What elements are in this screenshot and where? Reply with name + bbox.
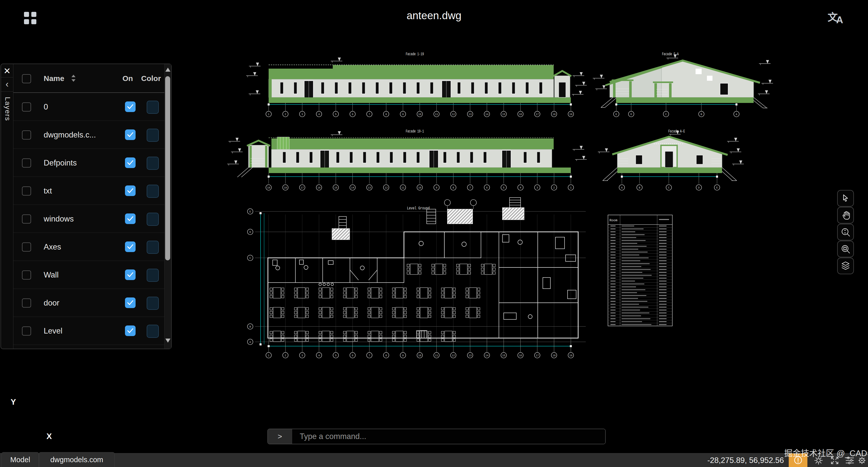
layer-select-checkbox[interactable] <box>22 298 31 307</box>
grid-bubble-label: 4 <box>318 113 320 116</box>
scrollbar[interactable] <box>164 64 171 349</box>
layer-select-checkbox[interactable] <box>22 327 31 336</box>
layer-on-checkbox[interactable] <box>125 297 135 308</box>
scroll-up-icon[interactable] <box>165 68 170 72</box>
tab-dwgmodels[interactable]: dwgmodels.com <box>39 452 115 467</box>
command-input[interactable] <box>292 429 605 444</box>
watermark-text: 掘金技术社区 @_CAD老兵 <box>784 446 868 459</box>
svg-text:13: 13 <box>469 354 472 357</box>
layer-name: txt <box>44 187 52 196</box>
svg-text:B: B <box>701 113 702 116</box>
grid-bubble-label: 7 <box>369 113 370 116</box>
layer-row[interactable] <box>13 345 165 349</box>
svg-text:C: C <box>668 187 670 189</box>
close-icon[interactable]: ✕ <box>1 65 13 77</box>
layers-panel-strip: ✕ ‹ Layers <box>1 64 13 349</box>
grid-bubble-label: 5 <box>503 187 504 189</box>
layer-row[interactable]: Defpoints <box>13 149 165 177</box>
layer-select-checkbox[interactable] <box>22 242 31 252</box>
layer-row[interactable]: Axes <box>13 233 165 261</box>
layer-on-checkbox[interactable] <box>125 241 135 252</box>
layers-table-header: Name On Color <box>13 64 171 93</box>
layer-select-checkbox[interactable] <box>22 187 31 196</box>
layer-color-swatch[interactable] <box>147 129 159 142</box>
layer-color-swatch[interactable] <box>147 101 159 114</box>
scroll-thumb[interactable] <box>165 76 170 260</box>
layer-on-checkbox[interactable] <box>125 101 135 112</box>
scroll-down-icon[interactable] <box>165 339 170 343</box>
drawing-facade-19-1: Facade 19-1 1918171615141312111098765432… <box>227 129 587 190</box>
layer-color-swatch[interactable] <box>147 325 159 338</box>
grid-bubble-label: 3 <box>536 187 538 189</box>
layer-color-swatch[interactable] <box>147 157 159 170</box>
layers-rows: 0dwgmodels.c...DefpointstxtwindowsAxesWa… <box>13 93 165 349</box>
layer-row[interactable]: Wall <box>13 261 165 289</box>
column-header-color: Color <box>141 74 161 83</box>
layer-name: Axes <box>44 242 61 252</box>
layer-select-checkbox[interactable] <box>22 270 31 279</box>
layer-select-checkbox[interactable] <box>22 214 31 224</box>
select-all-checkbox[interactable] <box>22 74 31 83</box>
grid-bubble-label: 10 <box>418 187 421 189</box>
layer-color-swatch[interactable] <box>147 241 159 254</box>
grid-bubble-label: 6 <box>352 113 353 116</box>
column-header-name[interactable]: Name <box>44 74 64 83</box>
layer-color-swatch[interactable] <box>147 297 159 310</box>
layer-row[interactable]: door <box>13 289 165 317</box>
layer-on-checkbox[interactable] <box>125 326 135 336</box>
grid-bubble-label: 6 <box>486 187 488 189</box>
language-glyph-en: A <box>836 14 843 26</box>
layer-on-checkbox[interactable] <box>125 213 135 224</box>
grid-bubble-label: 10 <box>418 113 421 116</box>
layers-button[interactable] <box>837 258 854 274</box>
svg-text:2: 2 <box>284 354 286 357</box>
layer-select-checkbox[interactable] <box>22 130 31 139</box>
layer-select-checkbox[interactable] <box>22 102 31 111</box>
layer-row[interactable]: windows <box>13 205 165 233</box>
layers-table: Name On Color 0dwgmodels.c...Defpointstx… <box>13 64 171 349</box>
layer-row[interactable]: Level <box>13 317 165 345</box>
svg-text:15: 15 <box>502 354 505 357</box>
layer-on-checkbox[interactable] <box>125 269 135 280</box>
grid-bubble-label: 1 <box>268 113 269 116</box>
grid-bubble-label: 4 <box>520 187 521 189</box>
grid-bubble-label: 17 <box>536 113 539 116</box>
grid-bubble-label: 11 <box>435 113 438 116</box>
layer-on-checkbox[interactable] <box>125 158 135 168</box>
svg-text:9: 9 <box>402 354 404 357</box>
svg-text:1: 1 <box>268 354 269 357</box>
layer-color-swatch[interactable] <box>147 185 159 198</box>
zoom-window-button[interactable] <box>837 241 854 257</box>
layers-icon <box>840 260 851 271</box>
svg-text:D: D <box>630 113 632 116</box>
cursor-icon <box>840 193 851 204</box>
layer-color-swatch[interactable] <box>147 269 159 282</box>
zoom-window-icon <box>840 243 851 255</box>
layer-color-swatch[interactable] <box>147 213 159 226</box>
svg-text:4: 4 <box>318 354 320 357</box>
collapse-chevron-icon[interactable]: ‹ <box>1 78 13 92</box>
page-title: anteen.dwg <box>0 9 868 22</box>
svg-text:A: A <box>736 113 737 116</box>
layer-row[interactable]: dwgmodels.c... <box>13 121 165 149</box>
layer-on-checkbox[interactable] <box>125 186 135 196</box>
layer-select-checkbox[interactable] <box>22 159 31 168</box>
select-cursor-button[interactable] <box>837 190 854 207</box>
facade-19-1-label: Facade 19-1 <box>406 129 424 134</box>
language-icon[interactable]: 文 A <box>828 9 845 25</box>
dwg-viewer-app: anteen.dwg 文 A <box>0 0 868 467</box>
layer-on-checkbox[interactable] <box>125 129 135 140</box>
sort-icon[interactable] <box>70 74 76 82</box>
schedule-header: Room <box>610 219 617 222</box>
layer-row[interactable]: 0 <box>13 93 165 121</box>
zoom-extents-button[interactable] <box>837 224 854 240</box>
grid-bubble-label: 16 <box>519 113 522 116</box>
layer-row[interactable]: txt <box>13 177 165 205</box>
grid-bubble-label: 9 <box>436 187 437 189</box>
tab-model[interactable]: Model <box>1 452 39 467</box>
drawing-facade-e-a: Facade E-A EDCBA <box>593 52 773 117</box>
status-bar: Model dwgmodels.com -28,275.89, 56,952.5… <box>0 453 868 467</box>
grid-bubble-label: 7 <box>469 187 471 189</box>
pan-button[interactable] <box>837 207 854 224</box>
grid-bubble-label: 5 <box>335 113 337 116</box>
